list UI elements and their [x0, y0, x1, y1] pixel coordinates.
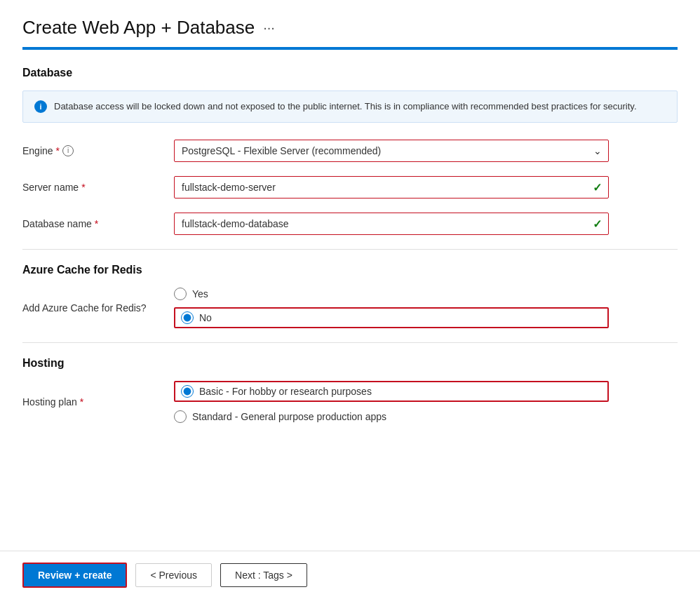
- hosting-section: Hosting Hosting plan * Basic - For hobby…: [22, 357, 678, 423]
- standard-radio[interactable]: [174, 410, 187, 423]
- database-name-input[interactable]: [174, 213, 609, 235]
- redis-no-radio[interactable]: [181, 311, 194, 324]
- redis-yes-radio[interactable]: [174, 288, 187, 300]
- hosting-plan-row: Hosting plan * Basic - For hobby or rese…: [22, 381, 678, 423]
- previous-button[interactable]: < Previous: [135, 563, 212, 587]
- info-icon: i: [34, 100, 47, 113]
- engine-field: PostgreSQL - Flexible Server (recommende…: [174, 140, 609, 162]
- hosting-radio-group: Basic - For hobby or research purposes S…: [174, 381, 609, 423]
- next-button[interactable]: Next : Tags >: [220, 563, 307, 587]
- progress-bar: [22, 47, 678, 50]
- footer: Review + create < Previous Next : Tags >: [0, 551, 700, 599]
- redis-yes-option[interactable]: Yes: [174, 288, 609, 300]
- page-container: Create Web App + Database ··· Database i…: [0, 0, 700, 599]
- hosting-section-title: Hosting: [22, 357, 678, 370]
- divider-1: [22, 249, 678, 250]
- redis-section-title: Azure Cache for Redis: [22, 264, 678, 276]
- database-section-title: Database: [22, 67, 678, 79]
- info-banner-text: Database access will be locked down and …: [54, 100, 637, 114]
- engine-required: *: [56, 145, 60, 156]
- hosting-plan-label: Hosting plan *: [22, 396, 163, 408]
- engine-select[interactable]: PostgreSQL - Flexible Server (recommende…: [174, 140, 609, 162]
- review-create-button[interactable]: Review + create: [22, 563, 127, 588]
- add-redis-label: Add Azure Cache for Redis?: [22, 302, 163, 314]
- server-name-field: ✓: [174, 176, 609, 198]
- basic-label: Basic - For hobby or research purposes: [199, 386, 372, 397]
- redis-no-option-box: No: [174, 307, 609, 328]
- engine-select-wrapper: PostgreSQL - Flexible Server (recommende…: [174, 140, 609, 162]
- database-name-wrapper: ✓: [174, 213, 609, 235]
- progress-bar-fill: [22, 47, 678, 50]
- engine-row: Engine * i PostgreSQL - Flexible Server …: [22, 140, 678, 162]
- header: Create Web App + Database ···: [0, 0, 700, 47]
- server-name-required: *: [81, 182, 85, 193]
- content-area: Database i Database access will be locke…: [0, 50, 700, 551]
- standard-label: Standard - General purpose production ap…: [192, 411, 386, 422]
- hosting-plan-field: Basic - For hobby or research purposes S…: [174, 381, 609, 423]
- redis-no-option[interactable]: No: [181, 311, 212, 324]
- redis-row: Add Azure Cache for Redis? Yes No: [22, 288, 678, 328]
- server-name-row: Server name * ✓: [22, 176, 678, 198]
- server-name-check-icon: ✓: [593, 180, 602, 194]
- info-banner: i Database access will be locked down an…: [22, 90, 678, 123]
- engine-info-icon[interactable]: i: [62, 145, 74, 156]
- server-name-wrapper: ✓: [174, 176, 609, 198]
- hosting-plan-required: *: [80, 396, 83, 408]
- basic-option-box: Basic - For hobby or research purposes: [174, 381, 609, 402]
- basic-radio[interactable]: [181, 385, 194, 398]
- server-name-input[interactable]: [174, 176, 609, 198]
- engine-label: Engine * i: [22, 145, 163, 156]
- page-title: Create Web App + Database: [22, 17, 255, 39]
- redis-section: Azure Cache for Redis Add Azure Cache fo…: [22, 264, 678, 328]
- database-section: Database i Database access will be locke…: [22, 67, 678, 235]
- standard-option[interactable]: Standard - General purpose production ap…: [174, 410, 609, 423]
- database-name-check-icon: ✓: [593, 217, 602, 230]
- redis-radio-field: Yes No: [174, 288, 609, 328]
- database-name-label: Database name *: [22, 218, 163, 229]
- divider-2: [22, 342, 678, 343]
- database-name-row: Database name * ✓: [22, 213, 678, 235]
- redis-no-label: No: [199, 312, 212, 323]
- database-name-field: ✓: [174, 213, 609, 235]
- basic-option[interactable]: Basic - For hobby or research purposes: [181, 385, 372, 398]
- database-name-required: *: [95, 218, 98, 229]
- server-name-label: Server name *: [22, 182, 163, 193]
- redis-radio-group: Yes No: [174, 288, 609, 328]
- redis-yes-label: Yes: [192, 288, 208, 300]
- more-options-icon[interactable]: ···: [263, 20, 275, 36]
